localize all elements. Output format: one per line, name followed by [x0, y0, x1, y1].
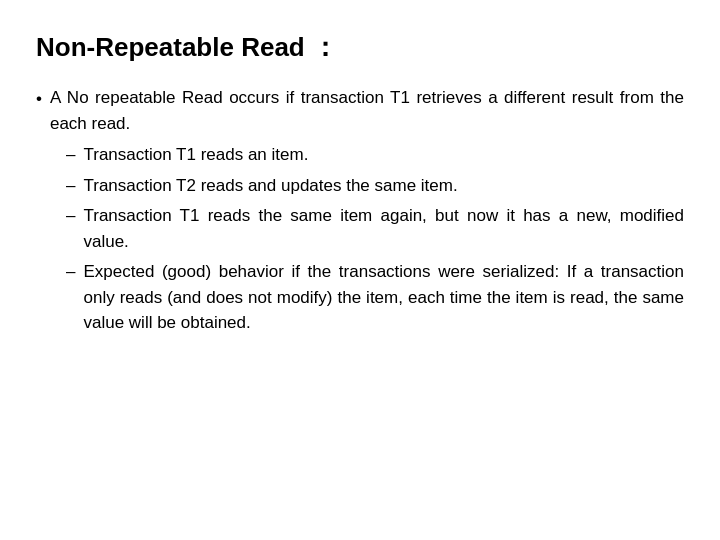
slide-container: Non-Repeatable Read ： • A No repeatable …: [0, 0, 720, 540]
sub-text-2: Transaction T2 reads and updates the sam…: [83, 173, 684, 199]
sub-dash-3: –: [66, 203, 75, 229]
sub-dash-1: –: [66, 142, 75, 168]
sub-text-1: Transaction T1 reads an item.: [83, 142, 684, 168]
slide-title: Non-Repeatable Read ：: [36, 30, 684, 65]
main-bullet: • A No repeatable Read occurs if transac…: [36, 85, 684, 136]
bullet-symbol: •: [36, 86, 42, 112]
sub-item-4: – Expected (good) behavior if the transa…: [66, 259, 684, 336]
sub-dash-2: –: [66, 173, 75, 199]
sub-item-2: – Transaction T2 reads and updates the s…: [66, 173, 684, 199]
slide-content: • A No repeatable Read occurs if transac…: [36, 85, 684, 341]
sub-item-1: – Transaction T1 reads an item.: [66, 142, 684, 168]
sub-item-3: – Transaction T1 reads the same item aga…: [66, 203, 684, 254]
sub-text-3: Transaction T1 reads the same item again…: [83, 203, 684, 254]
sub-items-list: – Transaction T1 reads an item. – Transa…: [66, 142, 684, 336]
sub-text-4: Expected (good) behavior if the transact…: [83, 259, 684, 336]
main-bullet-text: A No repeatable Read occurs if transacti…: [50, 85, 684, 136]
sub-dash-4: –: [66, 259, 75, 285]
